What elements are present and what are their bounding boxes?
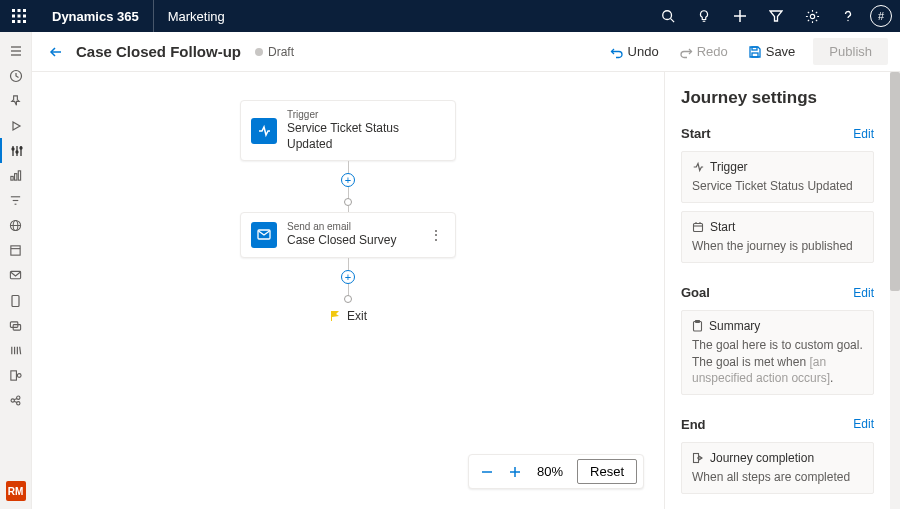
node-title-label: Service Ticket Status Updated xyxy=(287,121,445,152)
card-head-label: Start xyxy=(710,220,735,234)
svg-rect-57 xyxy=(752,53,758,57)
undo-label: Undo xyxy=(628,44,659,59)
zoom-out-button[interactable] xyxy=(475,460,499,484)
rail-analytics-icon[interactable] xyxy=(0,163,32,188)
waffle-icon[interactable] xyxy=(0,0,38,32)
rail-dashboard-icon[interactable] xyxy=(0,238,32,263)
svg-marker-14 xyxy=(770,11,782,21)
rail-library-icon[interactable] xyxy=(0,338,32,363)
edit-link[interactable]: Edit xyxy=(853,286,874,300)
node-trigger[interactable]: Trigger Service Ticket Status Updated xyxy=(240,100,456,161)
exit-label: Exit xyxy=(347,309,367,323)
svg-marker-21 xyxy=(13,122,20,130)
svg-point-27 xyxy=(20,147,22,149)
gear-icon[interactable] xyxy=(794,0,830,32)
rail-play-icon[interactable] xyxy=(0,113,32,138)
scrollbar-thumb[interactable] xyxy=(890,72,900,291)
rail-menu-icon[interactable] xyxy=(0,38,32,63)
scrollbar[interactable] xyxy=(890,72,900,509)
svg-rect-5 xyxy=(23,15,26,18)
card-head-label: Journey completion xyxy=(710,451,814,465)
card-body: When all steps are completed xyxy=(692,469,863,485)
rail-messages-icon[interactable] xyxy=(0,313,32,338)
svg-rect-48 xyxy=(11,371,17,380)
zoom-control: 80% Reset xyxy=(468,454,644,489)
rail-recent-icon[interactable] xyxy=(0,63,32,88)
connector-dot-icon xyxy=(344,198,352,206)
search-icon[interactable] xyxy=(650,0,686,32)
save-label: Save xyxy=(766,44,796,59)
card-body: Service Ticket Status Updated xyxy=(692,178,863,194)
connector-line xyxy=(348,284,349,296)
exit-node[interactable]: Exit xyxy=(329,309,367,323)
card-head-label: Summary xyxy=(709,319,760,333)
back-button[interactable] xyxy=(44,40,68,64)
help-icon[interactable] xyxy=(830,0,866,32)
panel-card-journey-completion[interactable]: Journey completion When all steps are co… xyxy=(681,442,874,494)
section-title: Goal xyxy=(681,285,710,300)
svg-point-49 xyxy=(17,374,21,378)
status-badge: Draft xyxy=(255,45,294,59)
panel-title: Journey settings xyxy=(681,88,874,108)
plus-icon[interactable] xyxy=(722,0,758,32)
publish-button: Publish xyxy=(813,38,888,65)
rail-pinned-icon[interactable] xyxy=(0,88,32,113)
exit-icon xyxy=(692,452,704,464)
redo-icon xyxy=(679,45,693,59)
add-step-button[interactable]: + xyxy=(341,270,355,284)
app-area[interactable]: Marketing xyxy=(154,0,239,32)
svg-point-25 xyxy=(12,148,14,150)
workspace: Trigger Service Ticket Status Updated + … xyxy=(32,72,900,509)
rail-segments-icon[interactable] xyxy=(0,188,32,213)
rail-journeys-icon[interactable] xyxy=(0,138,32,163)
connector-dot-icon xyxy=(344,295,352,303)
edit-link[interactable]: Edit xyxy=(853,417,874,431)
redo-label: Redo xyxy=(697,44,728,59)
journey-canvas[interactable]: Trigger Service Ticket Status Updated + … xyxy=(32,72,664,509)
panel-section-end: End Edit Journey completion When all ste… xyxy=(681,417,874,494)
svg-point-16 xyxy=(847,20,848,21)
panel-card-start[interactable]: Start When the journey is published xyxy=(681,211,874,263)
card-body-post: . xyxy=(830,371,833,385)
node-send-email[interactable]: Send an email Case Closed Survey ⋮ xyxy=(240,212,456,258)
add-step-button[interactable]: + xyxy=(341,173,355,187)
left-rail: RM xyxy=(0,32,32,509)
status-dot-icon xyxy=(255,48,263,56)
calendar-icon xyxy=(692,221,704,233)
svg-rect-3 xyxy=(12,15,15,18)
rail-forms-icon[interactable] xyxy=(0,363,32,388)
node-more-icon[interactable]: ⋮ xyxy=(427,227,445,243)
canvas-content: Trigger Service Ticket Status Updated + … xyxy=(32,72,664,323)
svg-rect-30 xyxy=(18,171,20,180)
shell-right: # xyxy=(650,0,900,32)
panel-card-goal-summary[interactable]: Summary The goal here is to custom goal.… xyxy=(681,310,874,395)
rail-globe-icon[interactable] xyxy=(0,213,32,238)
filter-icon[interactable] xyxy=(758,0,794,32)
rail-mobile-icon[interactable] xyxy=(0,288,32,313)
panel-section-goal: Goal Edit Summary The goal here is to cu… xyxy=(681,285,874,395)
lightbulb-icon[interactable] xyxy=(686,0,722,32)
user-avatar[interactable]: # xyxy=(870,5,892,27)
app-name[interactable]: Dynamics 365 xyxy=(38,0,154,32)
rail-share-icon[interactable] xyxy=(0,388,32,413)
rail-email-icon[interactable] xyxy=(0,263,32,288)
svg-rect-1 xyxy=(18,9,21,12)
save-icon xyxy=(748,45,762,59)
svg-rect-40 xyxy=(12,295,19,306)
persona-switcher[interactable]: RM xyxy=(6,481,26,501)
svg-rect-2 xyxy=(23,9,26,12)
redo-button: Redo xyxy=(671,40,736,63)
save-button[interactable]: Save xyxy=(740,40,804,63)
node-kind-label: Send an email xyxy=(287,221,396,233)
svg-rect-8 xyxy=(23,20,26,23)
svg-rect-6 xyxy=(12,20,15,23)
publish-label: Publish xyxy=(829,44,872,59)
node-text: Send an email Case Closed Survey xyxy=(287,221,396,249)
clipboard-icon xyxy=(692,320,703,332)
zoom-reset-button[interactable]: Reset xyxy=(577,459,637,484)
svg-rect-0 xyxy=(12,9,15,12)
zoom-in-button[interactable] xyxy=(503,460,527,484)
edit-link[interactable]: Edit xyxy=(853,127,874,141)
undo-button[interactable]: Undo xyxy=(602,40,667,63)
panel-card-trigger[interactable]: Trigger Service Ticket Status Updated xyxy=(681,151,874,203)
